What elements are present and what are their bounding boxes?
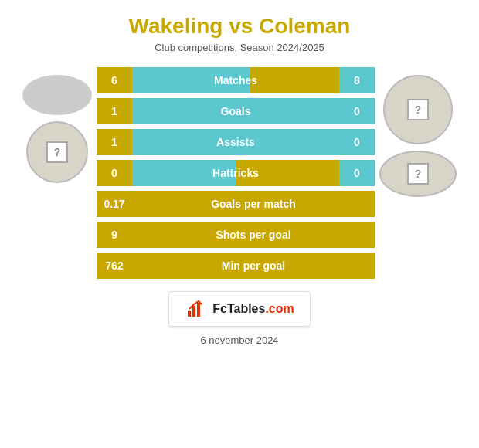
- stat-label: Assists: [216, 136, 255, 148]
- player-right: ? ?: [379, 75, 457, 197]
- stat-row: 1Assists0: [97, 129, 375, 155]
- stat-left-value: 762: [97, 253, 132, 279]
- stat-left-value: 1: [97, 129, 132, 155]
- stat-label: Hattricks: [212, 167, 259, 179]
- svg-rect-2: [197, 303, 200, 317]
- stat-left-value: 1: [97, 98, 132, 124]
- logo-area: FcTables.com: [168, 291, 311, 327]
- stat-left-value: 9: [97, 222, 132, 248]
- stat-bar-container: Shots per goal: [132, 222, 375, 248]
- logo-box: FcTables.com: [168, 291, 311, 327]
- stat-right-value: 0: [339, 129, 375, 155]
- stat-label: Goals: [221, 105, 251, 117]
- question-mark-right-bot: ?: [407, 163, 429, 185]
- stat-row: 762Min per goal: [97, 253, 375, 279]
- player-left: ?: [22, 75, 92, 183]
- stat-row: 6Matches8: [97, 67, 375, 93]
- avatar-bot-right: ?: [379, 151, 457, 197]
- stat-bar-container: Goals per match: [132, 191, 375, 217]
- stat-left-value: 6: [97, 67, 132, 93]
- stat-label: Shots per goal: [216, 229, 290, 241]
- avatar-top-left: [22, 75, 92, 115]
- stat-bar-container: Matches: [132, 67, 339, 93]
- stat-label: Matches: [214, 74, 257, 87]
- stat-right-value: 0: [339, 160, 375, 186]
- avatar-top-right: ?: [383, 75, 453, 144]
- logo-icon: [185, 298, 206, 320]
- stat-bar-container: Goals: [132, 98, 339, 124]
- footer-date: 6 november 2024: [200, 334, 278, 346]
- stat-row: 0Hattricks0: [97, 160, 375, 186]
- stat-row: 9Shots per goal: [97, 222, 375, 248]
- svg-rect-0: [188, 311, 191, 317]
- stat-label: Goals per match: [211, 198, 296, 210]
- logo-text: FcTables.com: [212, 302, 294, 316]
- stat-row: 0.17Goals per match: [97, 191, 375, 217]
- comparison-area: ? 6Matches81Goals01Assists00Hattricks00.…: [0, 67, 479, 279]
- stats-area: 6Matches81Goals01Assists00Hattricks00.17…: [97, 67, 375, 279]
- stat-label: Min per goal: [222, 260, 285, 272]
- page-container: Wakeling vs Coleman Club competitions, S…: [0, 0, 479, 448]
- stat-left-value: 0.17: [97, 191, 132, 217]
- avatar-mid-left: ?: [26, 121, 88, 183]
- page-subtitle: Club competitions, Season 2024/2025: [155, 42, 324, 53]
- question-mark-right-top: ?: [407, 99, 429, 120]
- stat-right-value: 8: [339, 67, 375, 93]
- stat-left-value: 0: [97, 160, 132, 186]
- stat-right-value: 0: [339, 98, 375, 124]
- page-title: Wakeling vs Coleman: [129, 14, 351, 39]
- stat-bar-container: Assists: [132, 129, 339, 155]
- question-mark-left: ?: [46, 141, 68, 163]
- stat-row: 1Goals0: [97, 98, 375, 124]
- stat-bar-container: Hattricks: [132, 160, 339, 186]
- svg-rect-1: [192, 306, 195, 317]
- stat-bar-container: Min per goal: [132, 253, 375, 279]
